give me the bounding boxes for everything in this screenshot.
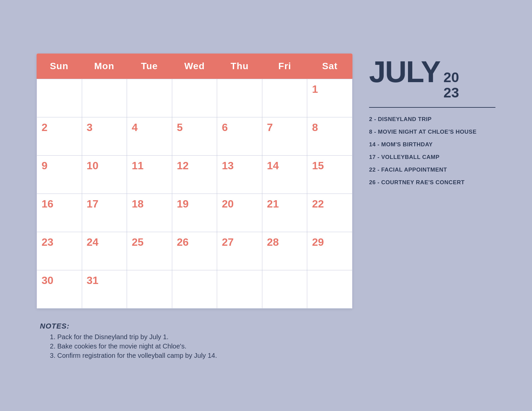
calendar-cell: 3 [82,117,127,156]
notes-list: Pack for the Disneyland trip by July 1.B… [40,333,495,359]
date-number: 6 [222,121,228,133]
day-header-fri: Fri [262,54,308,79]
event-item: 22 - FACIAL APPOINTMENT [369,167,495,173]
year-top: 20 [444,70,459,85]
calendar-cell: 10 [82,156,127,194]
date-number: 12 [177,160,189,172]
notes-title: NOTES: [40,322,495,331]
date-number: 7 [267,121,273,133]
date-number: 21 [267,198,279,210]
day-header-sat: Sat [307,54,352,79]
main-content: SunMonTueWedThuFriSat 123456789101112131… [37,54,495,309]
event-item: 17 - VOLLEYBALL CAMP [369,154,495,161]
calendar-cell [172,79,217,117]
sidebar: JULY 20 23 2 - DISNEYLAND TRIP8 - MOVIE … [369,54,495,186]
calendar-cell [307,270,352,309]
calendar-cell: 27 [217,232,262,270]
calendar-cell: 20 [217,194,262,232]
calendar-cell: 9 [37,156,82,194]
calendar-cell: 2 [37,117,82,156]
year-bottom: 23 [444,85,459,100]
calendar-cell [127,270,172,309]
date-number: 29 [312,236,324,248]
calendar-cell: 25 [127,232,172,270]
calendar-cell: 7 [262,117,308,156]
date-number: 18 [132,198,144,210]
date-number: 23 [42,236,54,248]
calendar-cell: 4 [127,117,172,156]
calendar: SunMonTueWedThuFriSat 123456789101112131… [37,54,352,309]
calendar-grid: 1234567891011121314151617181920212223242… [37,79,352,309]
event-item: 8 - MOVIE NIGHT AT CHLOE'S HOUSE [369,129,495,135]
month-title: JULY 20 23 [369,57,495,100]
date-number: 24 [87,236,99,248]
calendar-cell: 8 [307,117,352,156]
calendar-cell: 12 [172,156,217,194]
calendar-cell: 28 [262,232,308,270]
divider [369,107,495,108]
day-header-thu: Thu [217,54,262,79]
calendar-cell: 19 [172,194,217,232]
date-number: 20 [222,198,234,210]
date-number: 2 [42,121,48,133]
calendar-cell: 16 [37,194,82,232]
calendar-cell [262,270,308,309]
day-header-wed: Wed [172,54,217,79]
event-item: 26 - COURTNEY RAE'S CONCERT [369,179,495,186]
calendar-cell [217,79,262,117]
calendar-cell: 18 [127,194,172,232]
calendar-header: SunMonTueWedThuFriSat [37,54,352,79]
calendar-cell: 23 [37,232,82,270]
date-number: 31 [87,274,99,286]
calendar-cell: 26 [172,232,217,270]
day-header-sun: Sun [37,54,82,79]
note-item: Bake cookies for the movie night at Chlo… [50,342,495,350]
date-number: 3 [87,121,93,133]
calendar-cell: 21 [262,194,308,232]
date-number: 16 [42,198,54,210]
date-number: 14 [267,160,279,172]
calendar-cell: 5 [172,117,217,156]
day-header-mon: Mon [82,54,127,79]
note-item: Pack for the Disneyland trip by July 1. [50,333,495,341]
date-number: 15 [312,160,324,172]
calendar-cell: 24 [82,232,127,270]
calendar-cell: 6 [217,117,262,156]
calendar-cell: 1 [307,79,352,117]
calendar-cell [217,270,262,309]
event-item: 14 - MOM'S BIRTHDAY [369,141,495,148]
notes-section: NOTES: Pack for the Disneyland trip by J… [37,319,495,361]
note-item: Confirm registration for the volleyball … [50,352,495,359]
date-number: 11 [132,160,144,172]
calendar-cell: 29 [307,232,352,270]
calendar-cell: 15 [307,156,352,194]
calendar-cell [262,79,308,117]
date-number: 30 [42,274,54,286]
calendar-cell [82,79,127,117]
month-name: JULY [369,57,440,87]
date-number: 8 [312,121,318,133]
day-header-tue: Tue [127,54,172,79]
calendar-cell: 11 [127,156,172,194]
calendar-cell: 22 [307,194,352,232]
calendar-cell: 31 [82,270,127,309]
date-number: 5 [177,121,183,133]
date-number: 1 [312,83,318,95]
date-number: 9 [42,160,48,172]
calendar-cell [37,79,82,117]
calendar-cell: 13 [217,156,262,194]
page: SunMonTueWedThuFriSat 123456789101112131… [17,34,515,378]
calendar-cell [127,79,172,117]
date-number: 17 [87,198,99,210]
calendar-cell [172,270,217,309]
date-number: 27 [222,236,234,248]
event-item: 2 - DISNEYLAND TRIP [369,116,495,123]
year-block: 20 23 [444,70,459,100]
calendar-cell: 30 [37,270,82,309]
calendar-cell: 14 [262,156,308,194]
date-number: 22 [312,198,324,210]
date-number: 13 [222,160,234,172]
date-number: 28 [267,236,279,248]
date-number: 25 [132,236,144,248]
date-number: 4 [132,121,138,133]
